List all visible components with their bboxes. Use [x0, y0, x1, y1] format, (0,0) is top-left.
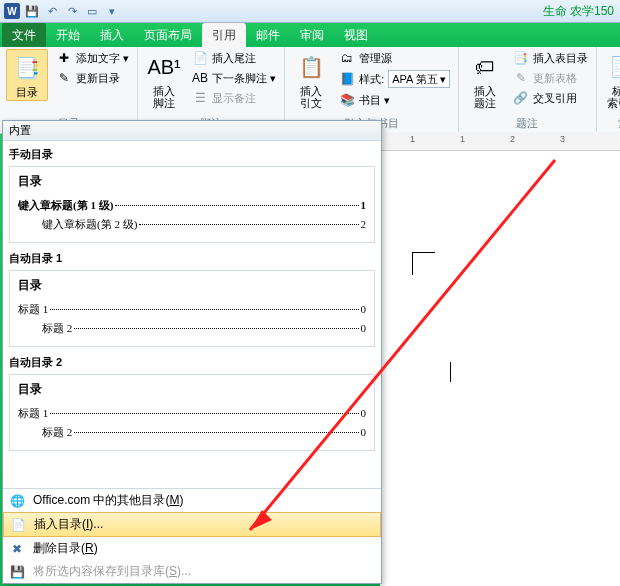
ribbon-tabs: 文件 开始 插入 页面布局 引用 邮件 审阅 视图 — [0, 23, 620, 47]
insert-table-figures-button[interactable]: 📑插入表目录 — [511, 49, 590, 67]
menu-save-selection: 💾 将所选内容保存到目录库(S)... — [3, 560, 381, 583]
tab-mailings[interactable]: 邮件 — [246, 23, 290, 47]
group-label-index: 索 — [603, 115, 620, 133]
citation-icon: 📋 — [295, 51, 327, 83]
tab-file[interactable]: 文件 — [2, 23, 46, 47]
bibliography-icon: 📚 — [339, 92, 355, 108]
tof-icon: 📑 — [513, 50, 529, 66]
insert-toc-icon: 📄 — [10, 517, 26, 533]
group-captions: 🏷 插入题注 📑插入表目录 ✎更新表格 🔗交叉引用 题注 — [459, 47, 597, 133]
refresh-icon: ✎ — [56, 70, 72, 86]
ruler[interactable]: 1 1 2 3 — [380, 132, 620, 151]
gallery-header: 内置 — [3, 121, 381, 141]
group-label-captions: 题注 — [465, 115, 590, 133]
menu-remove-toc[interactable]: ✖ 删除目录(R) — [3, 537, 381, 560]
insert-footnote-button[interactable]: AB¹ 插入脚注 — [144, 49, 184, 111]
toc-icon: 📑 — [11, 52, 43, 84]
tab-review[interactable]: 审阅 — [290, 23, 334, 47]
add-text-button[interactable]: ✚添加文字 ▾ — [54, 49, 131, 67]
update-toc-button[interactable]: ✎更新目录 — [54, 69, 131, 87]
plus-icon: ✚ — [56, 50, 72, 66]
next-icon: AB — [192, 70, 208, 86]
page-corner — [412, 252, 435, 275]
undo-icon[interactable]: ↶ — [44, 3, 60, 19]
tab-references[interactable]: 引用 — [202, 23, 246, 47]
insert-citation-button[interactable]: 📋 插入引文 — [291, 49, 331, 111]
gallery-section-auto2: 自动目录 2 — [3, 351, 381, 374]
manage-icon: 🗂 — [339, 50, 355, 66]
tab-view[interactable]: 视图 — [334, 23, 378, 47]
tab-home[interactable]: 开始 — [46, 23, 90, 47]
update-icon: ✎ — [513, 70, 529, 86]
crossref-icon: 🔗 — [513, 90, 529, 106]
chevron-down-icon: ▾ — [440, 73, 446, 86]
mark-entry-icon: 📝 — [607, 51, 620, 83]
bibliography-button[interactable]: 📚书目 ▾ — [337, 91, 452, 109]
manage-sources-button[interactable]: 🗂管理源 — [337, 49, 452, 67]
title-bar: W 💾 ↶ ↷ ▭ ▾ 生命 农学150 — [0, 0, 620, 23]
menu-insert-toc[interactable]: 📄 插入目录(I)... — [3, 512, 381, 537]
app-icon: W — [4, 3, 20, 19]
cross-reference-button[interactable]: 🔗交叉引用 — [511, 89, 590, 107]
footnote-icon: AB¹ — [148, 51, 180, 83]
caption-icon: 🏷 — [469, 51, 501, 83]
show-icon: ☰ — [192, 90, 208, 106]
insert-endnote-button[interactable]: 📄插入尾注 — [190, 49, 278, 67]
mark-entry-button[interactable]: 📝 标记 索引项 — [603, 49, 620, 111]
gallery-menu: 🌐 Office.com 中的其他目录(M) 📄 插入目录(I)... ✖ 删除… — [3, 488, 381, 583]
gallery-section-manual: 手动目录 — [3, 143, 381, 166]
save-icon[interactable]: 💾 — [24, 3, 40, 19]
insert-caption-button[interactable]: 🏷 插入题注 — [465, 49, 505, 111]
gallery-preview-auto2[interactable]: 目录 标题 10 标题 20 — [9, 374, 375, 451]
show-notes-button[interactable]: ☰显示备注 — [190, 89, 278, 107]
gallery-preview-manual[interactable]: 目录 键入章标题(第 1 级)1 键入章标题(第 2 级)2 — [9, 166, 375, 243]
document-title: 生命 农学150 — [543, 3, 614, 20]
quick-access-toolbar: 💾 ↶ ↷ ▭ ▾ — [24, 3, 120, 19]
gallery-preview-auto1[interactable]: 目录 标题 10 标题 20 — [9, 270, 375, 347]
redo-icon[interactable]: ↷ — [64, 3, 80, 19]
remove-toc-icon: ✖ — [9, 541, 25, 557]
save-gallery-icon: 💾 — [9, 564, 25, 580]
next-footnote-button[interactable]: AB下一条脚注 ▾ — [190, 69, 278, 87]
gallery-section-auto1: 自动目录 1 — [3, 247, 381, 270]
toc-gallery: 内置 手动目录 目录 键入章标题(第 1 级)1 键入章标题(第 2 级)2 自… — [2, 120, 382, 584]
endnote-icon: 📄 — [192, 50, 208, 66]
document-area: 1 1 2 3 — [380, 132, 620, 586]
office-icon: 🌐 — [9, 493, 25, 509]
style-icon: 📘 — [339, 71, 355, 87]
tab-page-layout[interactable]: 页面布局 — [134, 23, 202, 47]
toc-button[interactable]: 📑 目录 — [6, 49, 48, 101]
new-icon[interactable]: ▭ — [84, 3, 100, 19]
update-table-button[interactable]: ✎更新表格 — [511, 69, 590, 87]
tab-insert[interactable]: 插入 — [90, 23, 134, 47]
style-select[interactable]: 📘样式: APA 第五▾ — [337, 69, 452, 89]
text-cursor — [450, 362, 451, 382]
group-index: 📝 标记 索引项 索 — [597, 47, 620, 133]
qat-dropdown-icon[interactable]: ▾ — [104, 3, 120, 19]
menu-office-toc[interactable]: 🌐 Office.com 中的其他目录(M) — [3, 489, 381, 512]
